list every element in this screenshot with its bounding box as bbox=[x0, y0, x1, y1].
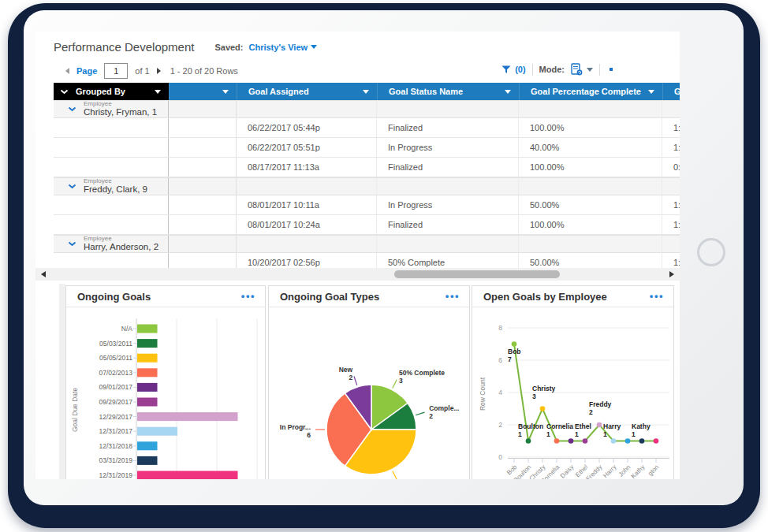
filter-count: (0) bbox=[515, 65, 525, 74]
column-header-label: G bbox=[674, 87, 680, 96]
sort-caret-icon[interactable] bbox=[648, 90, 654, 94]
chevron-expand-icon[interactable] bbox=[68, 241, 76, 247]
chevron-expand-icon[interactable] bbox=[68, 184, 76, 189]
data-point[interactable] bbox=[540, 406, 546, 411]
data-point[interactable] bbox=[625, 438, 631, 444]
cell-goal-status[interactable]: In Progress bbox=[377, 138, 519, 157]
cell-goal-assigned[interactable]: 08/01/2017 10:24a bbox=[237, 215, 377, 234]
bar[interactable] bbox=[137, 412, 238, 421]
cell-grouped-by bbox=[54, 118, 169, 137]
bar[interactable] bbox=[137, 441, 158, 450]
cell-goal-pct[interactable]: 100.00% bbox=[519, 158, 662, 177]
cell-goal-assigned[interactable]: 06/22/2017 05:44p bbox=[237, 118, 377, 137]
bar-category-label: 09/29/2017 bbox=[99, 398, 132, 406]
page-input[interactable] bbox=[104, 63, 128, 79]
column-header-2[interactable]: Goal Assigned bbox=[237, 83, 377, 100]
cell-grouped-by bbox=[54, 158, 169, 177]
group-labels: EmployeeFreddy, Clark, 9 bbox=[84, 177, 147, 195]
saved-view-dropdown[interactable]: Christy's View bbox=[249, 43, 318, 52]
cell-extra[interactable]: 0: bbox=[662, 158, 680, 177]
bar[interactable] bbox=[137, 354, 158, 363]
pager-toolbar: Page of 1 1 - 20 of 20 Rows (0) Mode: bbox=[54, 63, 680, 79]
data-point[interactable] bbox=[611, 438, 617, 444]
cell-goal-pct[interactable]: 100.00% bbox=[519, 118, 662, 137]
cell-goal-assigned[interactable]: 06/22/2017 05:51p bbox=[237, 138, 377, 157]
scroll-left-icon[interactable] bbox=[41, 271, 46, 277]
column-header-1[interactable] bbox=[169, 83, 237, 100]
sort-caret-icon[interactable] bbox=[505, 90, 511, 94]
scroll-right-icon[interactable] bbox=[669, 271, 674, 277]
cell-goal-pct[interactable]: 50.00% bbox=[519, 195, 662, 214]
cell-goal-status[interactable]: Finalized bbox=[377, 215, 519, 234]
cell-extra[interactable]: 1: bbox=[662, 195, 680, 214]
cell-goal-assigned[interactable]: 08/01/2017 10:11a bbox=[237, 195, 377, 214]
more-menu-icon[interactable] bbox=[610, 68, 613, 71]
bar[interactable] bbox=[137, 471, 238, 480]
panel-title: Open Goals by Employee bbox=[483, 291, 607, 303]
page-label[interactable]: Page bbox=[76, 66, 97, 76]
bar[interactable] bbox=[137, 325, 158, 333]
cell-goal-status[interactable]: In Progress bbox=[377, 195, 519, 214]
cell-extra[interactable]: 1: bbox=[662, 138, 680, 157]
bar[interactable] bbox=[137, 456, 158, 465]
data-point[interactable] bbox=[512, 341, 517, 347]
cell-blank bbox=[169, 215, 237, 234]
bar[interactable] bbox=[137, 383, 158, 392]
column-header-4[interactable]: Goal Percentage Complete bbox=[519, 83, 662, 100]
table-row: 06/22/2017 05:51pIn Progress40.00%1: bbox=[54, 138, 680, 158]
bar-category-label: 12/31/2017 bbox=[99, 427, 132, 435]
next-page-icon[interactable] bbox=[157, 68, 161, 74]
bar[interactable] bbox=[137, 339, 158, 348]
data-point[interactable] bbox=[526, 438, 531, 444]
scrollbar-thumb[interactable] bbox=[394, 270, 560, 278]
cell-grouped-by: EmployeeFreddy, Clark, 9 bbox=[54, 178, 169, 195]
row-count-label: 1 - 20 of 20 Rows bbox=[170, 66, 238, 76]
column-header-5[interactable]: G bbox=[662, 83, 680, 100]
column-header-0[interactable]: Grouped By bbox=[54, 83, 169, 100]
data-point[interactable] bbox=[639, 438, 645, 444]
sort-caret-icon[interactable] bbox=[222, 90, 229, 94]
bar[interactable] bbox=[137, 427, 177, 436]
cell-goal-pct[interactable]: 40.00% bbox=[519, 138, 662, 157]
chevron-expand-icon[interactable] bbox=[60, 89, 69, 95]
data-point[interactable] bbox=[597, 422, 602, 428]
point-annotation-value: 1 bbox=[546, 430, 550, 438]
saved-label: Saved: bbox=[214, 43, 243, 52]
sort-caret-icon[interactable] bbox=[363, 90, 369, 94]
pie-slice-value: 2 bbox=[429, 412, 433, 420]
cell-goal-pct bbox=[519, 236, 662, 252]
chevron-expand-icon[interactable] bbox=[68, 106, 76, 112]
cell-extra[interactable]: 1: bbox=[662, 118, 680, 137]
data-point[interactable] bbox=[554, 438, 560, 444]
bar[interactable] bbox=[137, 398, 158, 407]
mode-selector[interactable] bbox=[571, 63, 593, 76]
cell-goal-status[interactable]: Finalized bbox=[377, 158, 519, 177]
bar[interactable] bbox=[137, 368, 158, 377]
cell-blank bbox=[169, 236, 237, 252]
tablet-home-button bbox=[697, 238, 725, 266]
cell-blank bbox=[169, 138, 237, 157]
bar-category-label: 05/03/2011 bbox=[99, 340, 132, 348]
data-point[interactable] bbox=[583, 438, 588, 444]
data-point[interactable] bbox=[569, 438, 574, 444]
cell-goal-pct[interactable]: 100.00% bbox=[519, 215, 662, 234]
cell-goal-assigned[interactable]: 08/17/2017 11:13a bbox=[237, 158, 377, 177]
filter-funnel-icon bbox=[501, 65, 511, 74]
cell-goal-status[interactable]: Finalized bbox=[377, 118, 519, 137]
pie-slice-label: Comple... bbox=[429, 404, 459, 412]
cell-extra[interactable]: 1: bbox=[662, 215, 680, 234]
group-category-label: Employee bbox=[84, 100, 157, 107]
point-annotation-value: 7 bbox=[508, 355, 512, 363]
cell-grouped-by: EmployeeHarry, Anderson, 2 bbox=[54, 236, 169, 252]
dashboard-gutter bbox=[59, 284, 65, 479]
point-annotation-value: 1 bbox=[603, 430, 607, 438]
prev-page-icon[interactable] bbox=[65, 68, 69, 74]
pie-slice-value: 3 bbox=[399, 377, 403, 385]
panel-open-goals-by-employee: Open Goals by Employee ••• 02468Row Coun… bbox=[472, 285, 674, 479]
column-header-3[interactable]: Goal Status Name bbox=[377, 83, 519, 100]
sort-caret-icon[interactable] bbox=[155, 90, 161, 94]
group-category-label: Employee bbox=[84, 177, 147, 184]
filter-button[interactable]: (0) bbox=[501, 65, 525, 74]
horizontal-scrollbar[interactable] bbox=[35, 268, 680, 281]
data-point[interactable] bbox=[654, 438, 659, 444]
